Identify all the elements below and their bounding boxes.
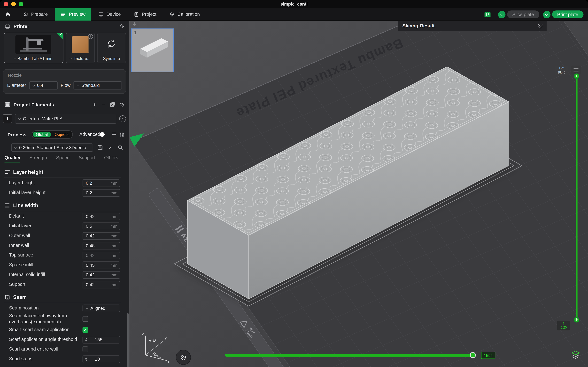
setting-input[interactable]: 0.42mm xyxy=(83,232,120,240)
setting-input[interactable]: 0.2mm xyxy=(83,179,120,187)
window-title: simple_canti xyxy=(0,1,588,7)
setting-value: 0.5 xyxy=(83,223,92,229)
tab-device[interactable]: Device xyxy=(93,8,126,20)
spinner-arrows-icon[interactable] xyxy=(85,357,87,361)
sync-info-card[interactable]: Sync info xyxy=(97,33,126,63)
filament-row: 1 Overture Matte PLA ••• xyxy=(3,114,126,124)
setting-checkbox[interactable] xyxy=(83,347,88,352)
filament-select[interactable]: Overture Matte PLA xyxy=(15,114,116,124)
param-tune-button[interactable] xyxy=(120,132,125,138)
layers-view-button[interactable] xyxy=(571,350,580,360)
plate-texture-thumbnail xyxy=(71,36,89,53)
plate-list-button[interactable] xyxy=(484,11,491,18)
slice-dropdown-button[interactable] xyxy=(498,11,505,18)
nozzle-tab-label: Nozzle xyxy=(8,73,122,78)
filament-settings-button[interactable] xyxy=(118,101,124,108)
setting-input[interactable]: 0.5mm xyxy=(83,222,120,230)
layer-slider-lower-handle[interactable] xyxy=(574,317,579,323)
spin-up-icon[interactable] xyxy=(85,338,87,339)
settings-group-header[interactable]: Line width xyxy=(4,203,121,211)
filament-index-badge[interactable]: 1 xyxy=(3,114,12,123)
setting-input[interactable]: 0.42mm xyxy=(83,251,120,259)
setting-unit: mm xyxy=(111,191,117,195)
spin-up-icon[interactable] xyxy=(85,357,87,359)
viewport[interactable]: Bambu Textured PEI Plate A1 HOT SURF xyxy=(129,21,588,367)
setting-label: Internal solid infill xyxy=(4,272,83,278)
spinner-arrows-icon[interactable] xyxy=(85,338,87,342)
param-list-button[interactable] xyxy=(112,132,117,138)
setting-value: 0.42 xyxy=(83,253,95,258)
save-preset-button[interactable] xyxy=(97,145,103,150)
filament-palette-button[interactable] xyxy=(110,101,115,108)
move-slider-handle[interactable] xyxy=(470,352,476,358)
setting-checkbox[interactable]: ✓ xyxy=(83,327,88,333)
printer-card[interactable]: Bambu Lab A1 mini xyxy=(4,33,63,63)
settings-group-header[interactable]: Seam xyxy=(4,294,121,303)
filament-more-button[interactable]: ••• xyxy=(119,115,126,122)
tab-project[interactable]: Project xyxy=(128,8,162,20)
setting-unit: mm xyxy=(111,214,117,219)
plate-type-card[interactable]: i Texture... xyxy=(66,33,95,63)
setting-input[interactable]: 0.45mm xyxy=(83,261,120,269)
slice-plate-button[interactable]: Slice plate xyxy=(507,10,539,18)
orientation-gizmo[interactable]: z y x Top Right xyxy=(137,329,172,363)
setting-row: Scarf application angle threshold155 xyxy=(4,335,121,344)
setting-label: Seam placement away from overhangs(exper… xyxy=(4,313,83,325)
filament-palette-icon xyxy=(110,102,115,107)
delete-preset-button[interactable]: × xyxy=(107,145,113,150)
gizmo-y-label: y xyxy=(165,336,167,340)
process-preset-select[interactable]: 0.20mm Standard-Strecs3Ddemo xyxy=(11,143,93,152)
setting-input[interactable]: 0.2mm xyxy=(83,189,120,197)
layer-slider-upper-handle[interactable] xyxy=(574,74,579,79)
layer-slider-grip[interactable] xyxy=(571,66,581,75)
print-plate-button[interactable]: Print plate xyxy=(552,10,584,18)
gizmo-top-label[interactable]: Top xyxy=(149,337,156,344)
plate-thumbnail[interactable]: 1 xyxy=(131,28,173,72)
setting-spinner[interactable]: 10 xyxy=(83,355,120,363)
setting-checkbox[interactable] xyxy=(83,316,88,322)
setting-value: 155 xyxy=(95,337,103,342)
sidebar-scrollbar[interactable] xyxy=(127,313,129,367)
settings-group-header[interactable]: Layer height xyxy=(4,169,121,178)
tab-speed[interactable]: Speed xyxy=(56,155,70,163)
tab-support[interactable]: Support xyxy=(79,155,95,163)
add-filament-button[interactable]: + xyxy=(92,101,98,108)
search-preset-button[interactable] xyxy=(117,145,123,150)
setting-select[interactable]: Aligned xyxy=(83,304,120,312)
flow-select[interactable]: Standard xyxy=(74,81,122,90)
nozzle-diameter-select[interactable]: 0.4 xyxy=(29,81,58,90)
print-dropdown-button[interactable] xyxy=(543,11,551,18)
setting-input[interactable]: 0.42mm xyxy=(83,213,120,220)
layer-slider-top-tooltip: 192 38.40 xyxy=(555,66,568,75)
tab-label: Prepare xyxy=(31,12,48,17)
scope-objects-button[interactable]: Objects xyxy=(51,132,72,137)
tab-others[interactable]: Others xyxy=(104,155,118,163)
printer-settings-button[interactable] xyxy=(118,23,124,29)
expand-chevrons-icon[interactable] xyxy=(539,24,542,27)
chevron-down-icon xyxy=(86,306,89,309)
setting-row: Internal solid infill0.42mm xyxy=(4,270,121,279)
move-slider-track[interactable] xyxy=(225,354,476,357)
slicing-result-bar[interactable]: Slicing Result xyxy=(398,21,546,31)
tab-quality[interactable]: Quality xyxy=(5,155,20,163)
spin-down-icon[interactable] xyxy=(85,340,87,342)
setting-input[interactable]: 0.42mm xyxy=(83,281,120,288)
setting-input[interactable]: 0.45mm xyxy=(83,242,120,249)
setting-row: Scarf steps10 xyxy=(4,354,121,364)
layer-slider-track[interactable] xyxy=(576,75,577,320)
home-button[interactable] xyxy=(0,8,16,20)
view-options-button[interactable] xyxy=(176,350,191,365)
remove-filament-button[interactable]: − xyxy=(101,101,106,108)
setting-value: 0.2 xyxy=(83,190,92,195)
sidebar-collapse-handle[interactable]: ‹|› xyxy=(133,22,136,26)
3d-canvas[interactable]: Bambu Textured PEI Plate A1 HOT SURF xyxy=(129,21,588,367)
setting-input[interactable]: 0.42mm xyxy=(83,271,120,278)
setting-spinner[interactable]: 155 xyxy=(83,336,120,343)
tab-preview[interactable]: Preview xyxy=(55,8,91,20)
tab-calibration[interactable]: Calibration xyxy=(164,8,205,20)
tab-prepare[interactable]: Prepare xyxy=(17,8,53,20)
plate-type-label: Texture... xyxy=(74,56,91,61)
spin-down-icon[interactable] xyxy=(85,359,87,361)
tab-strength[interactable]: Strength xyxy=(29,155,47,163)
scope-global-button[interactable]: Global xyxy=(33,132,51,137)
